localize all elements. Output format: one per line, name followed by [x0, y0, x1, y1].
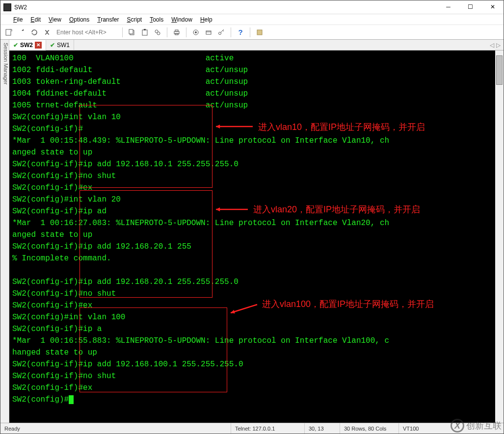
scroll-tabs-left-icon[interactable]: ◁: [490, 42, 494, 49]
annotation-label: 进入vlan10，配置IP地址子网掩码，并开启: [258, 121, 425, 133]
annotation-label: 进入vlan100，配置IP地址子网掩码，并开启: [262, 298, 434, 310]
session-tab-sw1[interactable]: ✔ SW1: [46, 40, 74, 51]
terminal-line: 1002 fddi-default act/unsup: [12, 64, 504, 76]
menu-edit[interactable]: Edit: [27, 15, 45, 24]
terminal-line: SW2(config-if)#ip add 192.168.10.1 255.2…: [12, 158, 504, 170]
terminal-line: SW2(config)#: [12, 394, 504, 406]
menu-tools[interactable]: Tools: [146, 15, 167, 24]
svg-rect-12: [206, 31, 211, 34]
terminal-line: 1003 token-ring-default act/unsup: [12, 76, 504, 88]
menu-help[interactable]: Help: [196, 15, 216, 24]
terminal-line: *Mar 1 00:15:48.439: %LINEPROTO-5-UPDOWN…: [12, 135, 504, 147]
terminal-line: SW2(config-if)#ip add 192.168.100.1 255.…: [12, 358, 504, 370]
find-icon[interactable]: [152, 27, 163, 38]
session-options-icon[interactable]: [203, 27, 214, 38]
svg-rect-4: [144, 29, 146, 30]
toolbar: ?: [0, 25, 504, 40]
tab-label: SW1: [57, 42, 70, 49]
copy-icon[interactable]: [127, 27, 137, 38]
menu-file[interactable]: File: [9, 15, 27, 24]
status-size: 30 Rows, 80 Cols: [340, 423, 399, 434]
close-tab-icon[interactable]: ✕: [35, 42, 42, 49]
terminal-line: SW2(config-if)#ex: [12, 382, 504, 394]
scrollbar-thumb[interactable]: [496, 55, 503, 85]
svg-rect-17: [257, 30, 262, 35]
terminal[interactable]: 100 VLAN0100 active1002 fddi-default act…: [9, 51, 504, 423]
reconnect-icon[interactable]: [29, 27, 40, 38]
print-icon[interactable]: [171, 27, 182, 38]
connected-icon: ✔: [13, 42, 18, 49]
status-ready: Ready: [0, 423, 231, 434]
watermark: X创新互联: [451, 419, 502, 433]
svg-point-11: [195, 31, 197, 33]
key-icon[interactable]: [216, 27, 227, 38]
menu-bar: FileEditViewOptionsTransferScriptToolsWi…: [0, 14, 504, 25]
svg-rect-2: [129, 29, 133, 34]
menu-options[interactable]: Options: [65, 15, 93, 24]
menu-view[interactable]: View: [45, 15, 65, 24]
terminal-line: SW2(config)#int vlan 100: [12, 311, 504, 323]
new-session-icon[interactable]: [3, 27, 14, 38]
menu-script[interactable]: Script: [123, 15, 146, 24]
close-button[interactable]: ✕: [481, 0, 504, 14]
terminal-scrollbar[interactable]: [495, 51, 504, 423]
session-tab-sw2[interactable]: ✔ SW2 ✕: [9, 40, 46, 51]
svg-point-14: [219, 32, 221, 34]
annotation-label: 进入vlan20，配置IP地址子网掩码，并开启: [253, 204, 420, 215]
status-emulation: VT100: [399, 423, 433, 434]
terminal-line: 1005 trnet-default act/unsup: [12, 100, 504, 111]
menu-window[interactable]: Window: [167, 15, 196, 24]
status-connection: Telnet: 127.0.0.1: [231, 423, 305, 434]
tab-label: SW2: [20, 42, 33, 49]
help-icon[interactable]: ?: [235, 27, 246, 38]
svg-line-16: [223, 30, 224, 31]
scroll-tabs-right-icon[interactable]: ▷: [496, 42, 501, 49]
menu-transfer[interactable]: Transfer: [93, 15, 123, 24]
status-bar: Ready Telnet: 127.0.0.1 30, 13 30 Rows, …: [0, 423, 504, 434]
status-cursor-position: 30, 13: [305, 423, 340, 434]
terminal-line: *Mar 1 00:16:55.883: %LINEPROTO-5-UPDOWN…: [12, 335, 504, 347]
terminal-line: SW2(config-if)#ip a: [12, 323, 504, 335]
settings-icon[interactable]: [190, 27, 201, 38]
svg-rect-3: [142, 30, 147, 35]
paste-icon[interactable]: [139, 27, 150, 38]
terminal-line: hanged state to up: [12, 347, 504, 358]
script-icon[interactable]: [254, 27, 265, 38]
session-tabs: ✔ SW2 ✕✔ SW1 ◁ ▷: [9, 40, 504, 51]
connected-icon: ✔: [50, 42, 55, 49]
maximize-button[interactable]: ☐: [459, 0, 481, 14]
terminal-line: 100 VLAN0100 active: [12, 52, 504, 64]
quick-connect-icon[interactable]: [16, 27, 27, 38]
disconnect-icon[interactable]: [42, 27, 53, 38]
terminal-line: SW2(config-if)#no shut: [12, 170, 504, 182]
window-title: SW2: [14, 4, 27, 11]
host-input[interactable]: [54, 27, 118, 37]
title-bar: SW2 ─ ☐ ✕: [0, 0, 504, 14]
terminal-line: SW2(config-if)#no shut: [12, 370, 504, 382]
minimize-button[interactable]: ─: [437, 0, 459, 14]
app-icon: [3, 3, 11, 11]
terminal-line: SW2(config-if)#ex: [12, 182, 504, 194]
terminal-line: SW2(config-if)#ip add 192.168.20.1 255.2…: [12, 276, 504, 288]
terminal-line: 1004 fddinet-default act/unsup: [12, 88, 504, 100]
svg-rect-8: [175, 30, 178, 31]
svg-rect-0: [6, 29, 11, 35]
svg-point-6: [157, 32, 160, 35]
terminal-line: anged state to up: [12, 147, 504, 158]
terminal-line: anged state to up: [12, 229, 504, 241]
terminal-line: % Incomplete command.: [12, 253, 504, 264]
session-manager-panel[interactable]: Session Manager: [0, 40, 9, 423]
terminal-line: *Mar 1 00:16:27.083: %LINEPROTO-5-UPDOWN…: [12, 217, 504, 229]
terminal-line: [12, 264, 504, 276]
terminal-line: SW2(config-if)#ip add 192.168.20.1 255: [12, 241, 504, 253]
